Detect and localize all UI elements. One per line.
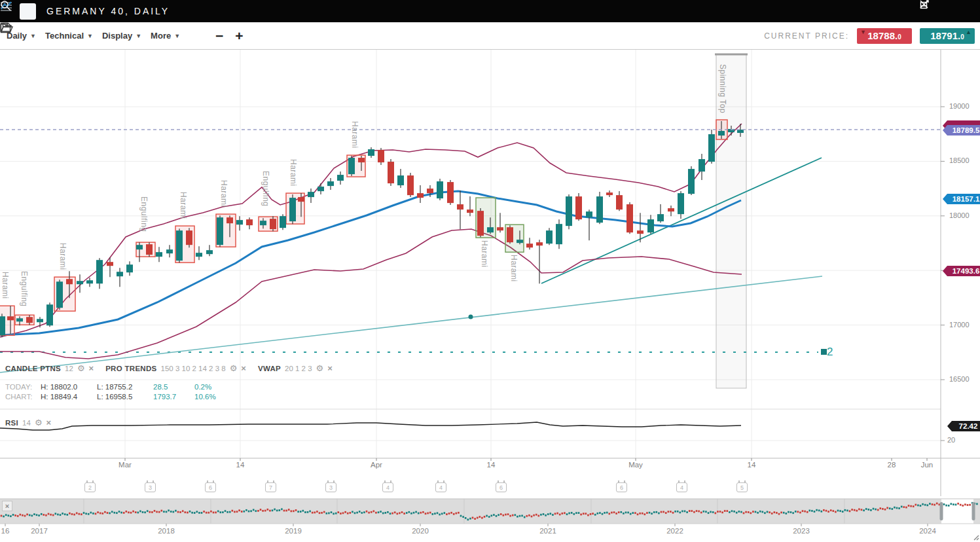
pattern-label-harami: Harami: [219, 180, 228, 208]
x-axis-label: 14: [236, 461, 245, 469]
pattern-label-harami: Harami: [350, 121, 359, 149]
navigator-handle-right[interactable]: [972, 502, 975, 520]
navigator-candle: [467, 518, 469, 520]
candle-body: [678, 193, 684, 214]
navigator-candle: [26, 513, 28, 515]
navigator-candle: [531, 516, 533, 518]
navigator-candle: [677, 511, 679, 513]
vwap-level-handle[interactable]: [821, 349, 827, 355]
navigator-candle: [429, 512, 431, 514]
navigator-candle: [533, 515, 535, 516]
navigator-candle: [755, 511, 757, 513]
navigator-candle: [738, 511, 740, 513]
event-calendar-icon[interactable]: 4: [676, 482, 687, 492]
navigator-candle: [158, 511, 160, 513]
remove-indicator-icon[interactable]: ×: [46, 418, 52, 427]
navigator-candle: [851, 509, 853, 511]
navigator-candle: [696, 510, 698, 512]
gear-icon[interactable]: ⚙: [316, 364, 324, 372]
indicator-vwap[interactable]: VWAP: [258, 365, 281, 372]
navigator-candle: [903, 506, 905, 508]
navigator-candle: [335, 513, 337, 515]
navigator-candle: [437, 512, 439, 514]
navigator-candle: [566, 513, 568, 515]
event-calendar-icon[interactable]: 6: [205, 482, 216, 492]
navigator-candle: [910, 505, 912, 507]
level-marker-2: 2: [827, 346, 833, 359]
navigator-candle: [338, 511, 340, 513]
navigator-candle: [17, 515, 19, 517]
navigator-candle: [547, 513, 549, 515]
navigator-candle: [175, 510, 177, 512]
pattern-label-harami: Harami: [58, 243, 67, 270]
navigator-candle: [788, 511, 789, 513]
remove-indicator-icon[interactable]: ×: [241, 364, 246, 372]
navigator-candle: [210, 511, 212, 513]
candle-body: [236, 220, 243, 225]
candle-body: [126, 264, 133, 272]
navigator-candle: [253, 509, 255, 511]
trendline-dot[interactable]: [469, 315, 473, 319]
navigator-candle: [62, 513, 64, 515]
event-calendar-icon[interactable]: 5: [736, 482, 748, 492]
navigator-candle: [102, 513, 104, 515]
navigator-candle: [698, 511, 700, 513]
navigator-candle: [375, 512, 377, 514]
navigator-candle: [623, 513, 625, 515]
event-calendar-icon[interactable]: 6: [496, 482, 507, 492]
candle-body: [596, 196, 603, 223]
resize-grip-icon[interactable]: [977, 538, 979, 540]
navigator-selected-window[interactable]: [941, 499, 973, 524]
navigator-candle: [505, 514, 507, 516]
navigator-candle: [814, 511, 816, 513]
event-calendar-icon[interactable]: 3: [325, 482, 336, 492]
navigator-candle: [340, 513, 342, 515]
event-calendar-icon[interactable]: 6: [616, 482, 627, 492]
navigator-candle: [748, 511, 750, 513]
navigator-candle: [170, 511, 172, 513]
remove-indicator-icon[interactable]: ×: [327, 364, 333, 372]
navigator-candle: [194, 512, 196, 514]
navigator-candle: [307, 511, 309, 513]
navigator-candle: [962, 505, 964, 507]
event-calendar-icon[interactable]: 4: [382, 482, 393, 492]
navigator-candle: [767, 511, 769, 513]
event-calendar-icon[interactable]: 4: [435, 482, 446, 492]
event-calendar-icon[interactable]: 3: [145, 482, 156, 492]
navigator-candle: [717, 511, 719, 513]
candle-body: [146, 244, 153, 255]
navigator-candle: [182, 510, 184, 512]
gear-icon[interactable]: ⚙: [35, 418, 43, 427]
navigator-candle: [884, 509, 886, 511]
navigator-candle: [680, 512, 681, 514]
event-calendar-icon[interactable]: 2: [84, 482, 96, 492]
navigator-candle: [573, 513, 575, 515]
navigator-candle: [465, 517, 467, 519]
navigator-candle: [771, 513, 773, 515]
navigator-candle: [293, 510, 295, 512]
navigator-candle: [347, 513, 349, 515]
candle-body: [7, 316, 14, 320]
navigator-candle: [710, 511, 712, 513]
navigator-handle-left[interactable]: [940, 502, 943, 520]
navigator-candle: [215, 511, 217, 513]
indicator-rsi[interactable]: RSI: [5, 419, 18, 427]
navigator-candle: [177, 511, 179, 513]
indicator-pro-trends[interactable]: PRO TRENDS: [105, 365, 156, 372]
indicator-candle-ptns[interactable]: CANDLE PTNS: [5, 365, 61, 372]
remove-indicator-icon[interactable]: ×: [89, 364, 94, 372]
gear-icon[interactable]: ⚙: [77, 364, 85, 372]
navigator-candle: [901, 506, 903, 508]
event-calendar-icon[interactable]: 7: [265, 482, 276, 492]
navigator-candle: [877, 509, 879, 511]
navigator-candle: [672, 512, 674, 514]
candle-body: [517, 240, 523, 243]
navigator-candle: [837, 510, 839, 512]
navigator-candle: [126, 511, 128, 513]
navigator-close-icon[interactable]: ×: [2, 501, 12, 511]
navigator-candle: [802, 510, 804, 512]
navigator-candle: [839, 510, 841, 512]
gear-icon[interactable]: ⚙: [230, 364, 238, 372]
navigator-candle: [331, 511, 333, 513]
navigator-candle: [498, 514, 499, 516]
